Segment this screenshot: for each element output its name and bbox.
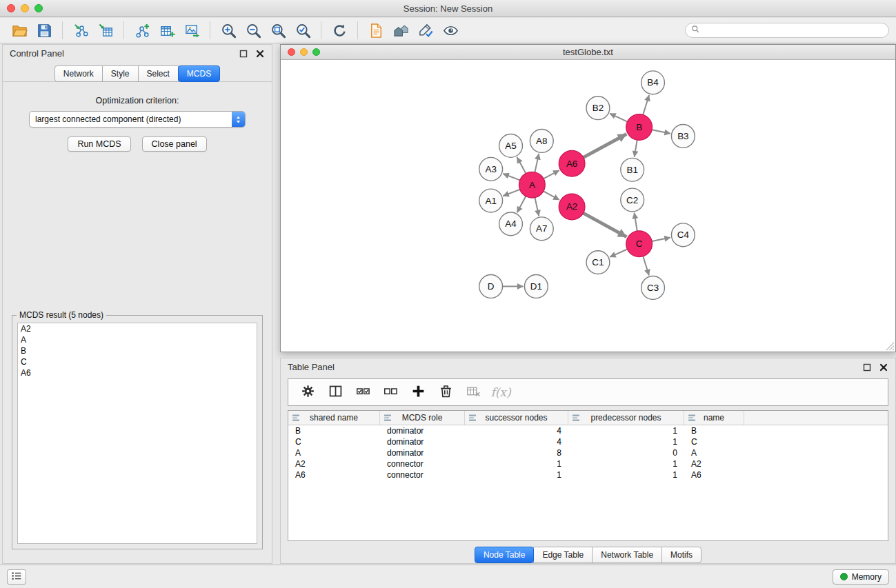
zoom-window-button[interactable] (34, 4, 43, 12)
save-session-button[interactable] (32, 20, 57, 41)
graph-edge-A-A7[interactable] (535, 198, 539, 216)
graph-node-A3[interactable]: A3 (479, 157, 503, 181)
graph-edge-A-A6[interactable] (544, 170, 559, 179)
graph-node-A8[interactable]: A8 (530, 130, 553, 153)
apply-layout-button[interactable] (327, 20, 352, 41)
graph-node-B4[interactable]: B4 (641, 71, 665, 94)
tab-mcds[interactable]: MCDS (178, 65, 220, 82)
graph-node-A7[interactable]: A7 (530, 217, 553, 241)
network-zoom-button[interactable] (312, 48, 320, 56)
graph-node-A2[interactable]: A2 (559, 194, 585, 220)
table-row[interactable]: Bdominator41B (288, 425, 888, 436)
graph-node-D[interactable]: D (479, 275, 503, 298)
mcds-result-item[interactable]: A6 (18, 367, 257, 378)
table-row[interactable]: A6connector11A6 (288, 469, 888, 480)
apply-style-button[interactable] (413, 20, 438, 41)
graph-edge-A-A8[interactable] (535, 154, 539, 172)
new-network-button[interactable] (130, 20, 155, 41)
open-document-button[interactable] (364, 20, 388, 41)
graph-node-A4[interactable]: A4 (499, 212, 523, 236)
select-all-rows-button[interactable] (350, 381, 375, 403)
close-panel-icon[interactable] (879, 363, 888, 372)
column-header-shared-name[interactable]: shared name (288, 411, 380, 425)
network-window-titlebar[interactable]: testGlobe.txt (281, 45, 895, 60)
graph-node-B2[interactable]: B2 (586, 97, 610, 120)
show-column-panel-button[interactable] (323, 381, 348, 403)
close-panel-icon[interactable] (255, 49, 265, 59)
graph-edge-B-B3[interactable] (652, 130, 670, 133)
graph-node-C2[interactable]: C2 (621, 188, 644, 212)
mcds-result-item[interactable]: B (18, 345, 257, 356)
graph-edge-A-A5[interactable] (517, 157, 526, 173)
graph-node-C1[interactable]: C1 (586, 251, 610, 274)
graph-edge-C-C2[interactable] (635, 213, 637, 231)
graph-edge-B-B1[interactable] (635, 140, 637, 156)
mcds-result-item[interactable]: C (18, 356, 257, 367)
resize-grip-icon[interactable] (886, 341, 895, 350)
graph-node-A1[interactable]: A1 (479, 189, 503, 212)
tab-node-table[interactable]: Node Table (475, 547, 535, 563)
close-window-button[interactable] (7, 4, 15, 12)
graph-edge-A-A1[interactable] (503, 190, 519, 196)
zoom-out-button[interactable] (241, 20, 266, 41)
graph-node-C3[interactable]: C3 (641, 276, 665, 300)
minimize-window-button[interactable] (21, 4, 29, 12)
graph-edge-A2-C[interactable] (584, 213, 627, 237)
close-panel-button[interactable]: Close panel (142, 136, 207, 152)
float-panel-icon[interactable] (239, 49, 248, 59)
graph-node-B1[interactable]: B1 (621, 158, 644, 181)
graph-node-C4[interactable]: C4 (671, 223, 695, 247)
graph-node-A[interactable]: A (519, 172, 545, 198)
graph-edge-C-C1[interactable] (610, 249, 627, 256)
graph-node-B[interactable]: B (626, 114, 653, 141)
graph-edge-C-C3[interactable] (643, 256, 649, 276)
graph-edge-A-A3[interactable] (503, 174, 519, 180)
column-header-predecessor-nodes[interactable]: predecessor nodes (568, 411, 684, 425)
zoom-in-button[interactable] (216, 20, 241, 41)
column-header-successor-nodes[interactable]: successor nodes (465, 411, 568, 425)
table-settings-button[interactable] (295, 381, 320, 403)
zoom-fit-content-button[interactable] (266, 20, 290, 41)
column-header-mcds-role[interactable]: MCDS role (380, 411, 465, 425)
memory-button[interactable]: Memory (833, 569, 889, 585)
import-table-from-file-button[interactable] (93, 20, 118, 41)
create-new-column-button[interactable] (406, 381, 430, 403)
network-graph[interactable]: B4B2BB3A5A8A6B1A3AC2A1A2A4A7CC4C1C3DD1 (281, 60, 895, 351)
mcds-result-item[interactable]: A2 (18, 323, 257, 334)
tab-network-table[interactable]: Network Table (592, 547, 662, 563)
network-close-button[interactable] (288, 48, 295, 56)
table-row[interactable]: Cdominator41C (288, 436, 888, 447)
search-input[interactable] (704, 26, 883, 35)
graph-edge-A6-B[interactable] (584, 134, 627, 157)
mcds-result-item[interactable]: A (18, 334, 257, 345)
table-row[interactable]: Adominator80A (288, 447, 888, 458)
mcds-result-list[interactable]: A2ABCA6 (17, 323, 257, 544)
run-mcds-button[interactable]: Run MCDS (68, 136, 130, 152)
graph-edge-A-A2[interactable] (544, 191, 559, 200)
export-table-button[interactable] (155, 20, 179, 41)
network-canvas[interactable]: B4B2BB3A5A8A6B1A3AC2A1A2A4A7CC4C1C3DD1 (281, 60, 895, 351)
table-row[interactable]: A2connector11A2 (288, 458, 888, 469)
graph-node-D1[interactable]: D1 (524, 275, 548, 298)
export-image-button[interactable] (179, 20, 204, 41)
show-graphics-details-button[interactable] (438, 20, 463, 41)
search-box[interactable] (685, 23, 889, 38)
graph-edge-B-B4[interactable] (643, 95, 649, 114)
graph-node-A6[interactable]: A6 (559, 150, 585, 176)
graph-edge-C-C4[interactable] (652, 238, 670, 241)
import-network-from-file-button[interactable] (68, 20, 93, 41)
open-session-button[interactable] (7, 20, 32, 41)
graph-edge-A-A4[interactable] (517, 196, 526, 212)
tab-network[interactable]: Network (54, 65, 103, 82)
graph-edge-B-B2[interactable] (610, 114, 627, 122)
graph-node-A5[interactable]: A5 (499, 134, 523, 157)
show-panels-menu-button[interactable] (7, 569, 26, 585)
tab-style[interactable]: Style (102, 65, 139, 82)
deselect-all-rows-button[interactable] (378, 381, 403, 403)
tab-select[interactable]: Select (138, 65, 179, 82)
network-minimize-button[interactable] (300, 48, 308, 56)
graph-node-C[interactable]: C (626, 231, 653, 257)
tab-edge-table[interactable]: Edge Table (533, 547, 593, 563)
delete-columns-button[interactable] (433, 381, 458, 403)
criterion-dropdown[interactable]: largest connected component (directed) (29, 111, 246, 128)
